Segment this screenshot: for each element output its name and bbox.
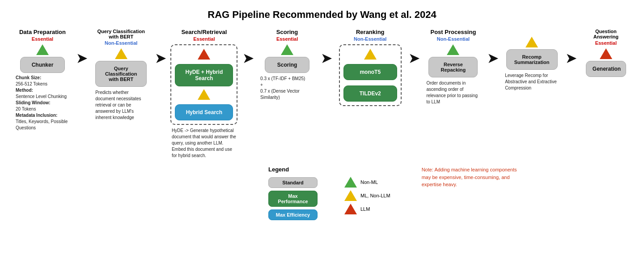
stage-search: Search/Retrieval Essential HyDE + Hybrid… [170,29,237,159]
legend-green-triangle [344,177,357,188]
post-box: Reverse Repacking [428,57,478,77]
qa-box: Generation [586,61,626,77]
reranking-box1: monoT5 [343,64,397,80]
data-prep-title: Data Preparation [19,29,66,35]
data-prep-details: Chunk Size: 256-512 Tokens Method: Sente… [16,75,69,131]
legend-non-ml-row: Non-ML [344,177,390,188]
legend-efficiency-row: Max Efficiency [268,209,318,220]
bottom-area: Legend Standard Max Performance Max Effi… [13,166,631,220]
legend-llm-row: LLM [344,204,390,214]
page-title: RAG Pipeline Recommended by Wang et al. … [13,9,631,21]
page-container: RAG Pipeline Recommended by Wang et al. … [0,0,644,229]
arrow-1: ➤ [76,51,87,66]
legend-llm-label: LLM [360,206,370,212]
qa-title: Question Answering [584,29,628,39]
scoring-formula: 0.3 x (TF-IDF + BM25)+0.7 x (Dense Vecto… [260,76,314,101]
arrow-7: ➤ [566,51,576,66]
legend-standard-row: Standard [268,177,318,188]
legend-performance-box: Max Performance [268,191,318,207]
box-legend: Legend Standard Max Performance Max Effi… [268,166,318,220]
reranking-dashed-container: monoT5 TILDEv2 [339,44,402,106]
arrow-2: ➤ [155,51,165,66]
legend-standard-box: Standard [268,177,318,188]
legend-red-triangle [344,204,357,214]
query-class-label: Non-Essential [105,40,137,46]
stage-reranking: Reranking Non-Essential monoT5 TILDEv2 [337,29,404,106]
reranking-title: Reranking [356,29,385,35]
search-triangle-red [198,49,210,60]
triangle-legend: Non-ML ML, Non-LLM LLM [344,177,390,214]
note-text: Note: Adding machine learning components… [422,166,520,188]
legend-non-ml-label: Non-ML [360,179,378,185]
reranking-triangle-yellow [364,49,377,60]
scoring-box: Scoring [265,57,309,73]
stage-post: Post Processing Non-Essential Reverse Re… [424,29,482,105]
search-box2: Hybrid Search [175,104,233,120]
legend-performance-row: Max Performance [268,191,318,207]
post-description: Order documents in ascending order of re… [426,80,480,105]
query-class-box: Query Classification with BERT [95,61,147,87]
legend-ml-non-llm-label: ML, Non-LLM [360,193,390,198]
arrow-3: ➤ [243,51,253,66]
reranking-box2: TILDEv2 [343,85,397,102]
legend-efficiency-box: Max Efficiency [268,209,318,220]
legend-title: Legend [268,166,318,173]
recomp-box: Recomp Summarization [506,49,558,70]
stage-recomp: Recomp Summarization Leverage Recomp for… [503,29,561,91]
qa-triangle-red [600,48,612,59]
query-class-triangle-yellow [115,48,127,59]
stage-qa: Question Answering Essential Generation [581,29,631,77]
search-description: HyDE -> Generate hypothetical document t… [172,128,237,159]
stage-query-class: Query Classification with BERT Non-Essen… [92,29,150,121]
arrow-6: ➤ [487,51,498,66]
post-label: Non-Essential [437,36,470,42]
scoring-label: Essential [276,36,298,42]
reranking-label: Non-Essential [354,36,386,42]
search-title: Search/Retrieval [181,29,227,35]
data-prep-triangle-green [36,44,49,55]
scoring-triangle-green [281,44,293,55]
data-prep-box: Chunker [20,57,65,73]
arrow-5: ➤ [409,51,419,66]
post-title: Post Processing [431,29,476,35]
pipeline-area: Data Preparation Essential Chunker Chunk… [13,29,631,159]
stage-scoring: Scoring Essential Scoring 0.3 x (TF-IDF … [258,29,316,101]
legend-ml-non-llm-row: ML, Non-LLM [344,190,390,201]
query-class-title: Query Classification with BERT [94,29,148,39]
arrow-4: ➤ [321,51,331,66]
search-triangle-yellow [198,89,210,100]
search-label: Essential [193,36,215,42]
recomp-triangle-yellow [525,37,538,47]
post-triangle-green [447,44,459,55]
search-dashed-container: HyDE + Hybrid Search Hybrid Search [170,44,237,125]
recomp-description: Leverage Recomp for Abstractive and Extr… [505,73,559,91]
query-class-description: Predicts whether document necessitates r… [95,90,147,121]
qa-label: Essential [595,40,617,46]
scoring-title: Scoring [276,29,298,35]
legend-yellow-triangle [344,190,357,201]
stage-data-prep: Data Preparation Essential Chunker Chunk… [13,29,72,131]
search-box1: HyDE + Hybrid Search [175,64,233,86]
data-prep-label: Essential [32,36,53,42]
